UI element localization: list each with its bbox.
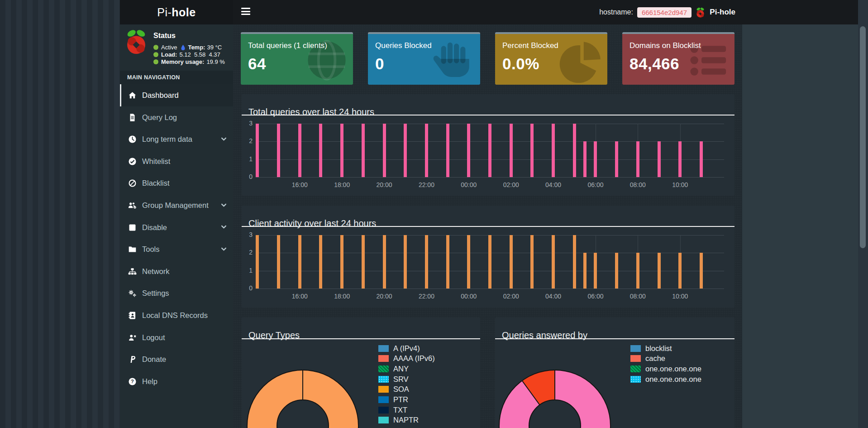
- bar-05:30: [583, 253, 587, 289]
- sidebar-item-logout[interactable]: Logout: [120, 327, 233, 349]
- chevron-down-icon: [221, 201, 227, 210]
- home-icon: [127, 91, 137, 100]
- sidebar-item-settings[interactable]: Settings: [120, 282, 233, 304]
- brand-bold: hole: [172, 6, 196, 19]
- card-total-queries-1-clients: Total queries (1 clients)64: [241, 32, 353, 85]
- donut-hole: [277, 399, 329, 428]
- bar-22:00: [425, 235, 428, 289]
- bar-05:00: [573, 235, 576, 289]
- sidebar-item-label: Local DNS Records: [142, 311, 208, 320]
- box-divider: [242, 115, 734, 115]
- bar-19:00: [362, 124, 365, 177]
- hostname-label: hostname:: [599, 8, 633, 16]
- legend-item-one-one-one-one[interactable]: one.one.one.one: [630, 375, 701, 384]
- scrollbar-thumb[interactable]: [860, 26, 866, 248]
- legend-item-cache[interactable]: cache: [630, 354, 665, 363]
- temperature-droplet-icon: [181, 44, 186, 51]
- x-axis-tick: 18:00: [334, 293, 350, 300]
- hostname-badge: 666154e2d947: [637, 7, 692, 18]
- sidebar-item-whitelist[interactable]: Whitelist: [120, 150, 233, 173]
- y-axis-tick: 3: [243, 120, 253, 127]
- x-axis-tick: 10:00: [672, 181, 688, 188]
- raspberry-logo-icon: [696, 7, 705, 18]
- legend-item-ptr[interactable]: PTR: [378, 395, 408, 404]
- top-navbar: hostname: 666154e2d947 Pi-hole: [233, 0, 868, 24]
- card-title: Queries Blocked: [375, 41, 432, 50]
- legend-item-blocklist[interactable]: blocklist: [630, 344, 672, 353]
- bar-17:00: [319, 235, 322, 289]
- chevron-down-icon: [221, 223, 227, 232]
- brand-logo[interactable]: Pi-hole: [120, 0, 233, 24]
- sidebar-item-long-term-data[interactable]: Long term data: [120, 128, 233, 150]
- x-axis-tick: 08:00: [630, 293, 646, 300]
- x-axis-tick: 22:00: [419, 181, 434, 188]
- sidebar-item-label: Whitelist: [142, 157, 170, 166]
- hand-icon: [431, 38, 477, 83]
- legend-item-srv[interactable]: SRV: [378, 375, 409, 384]
- legend-label: PTR: [393, 395, 408, 404]
- y-axis-tick: 0: [243, 173, 253, 180]
- clock-icon: [127, 135, 137, 144]
- sidebar-item-donate[interactable]: Donate: [120, 348, 233, 370]
- gridline: [256, 177, 724, 178]
- navbar-brand-label: Pi-hole: [710, 8, 735, 17]
- brand-prefix: Pi-: [157, 6, 172, 19]
- users-gear-icon: [127, 201, 137, 210]
- legend-item-naptr[interactable]: NAPTR: [378, 416, 419, 425]
- sidebar-item-group-management[interactable]: Group Management: [120, 194, 233, 216]
- legend-swatch: [378, 345, 389, 352]
- legend-label: NAPTR: [393, 416, 419, 424]
- legend-item-soa[interactable]: SOA: [378, 385, 409, 394]
- legend-label: ANY: [393, 365, 409, 373]
- legend-item-aaaa-ipv6[interactable]: AAAA (IPv6): [378, 354, 435, 363]
- sidebar-item-blacklist[interactable]: Blacklist: [120, 172, 233, 194]
- bar-21:00: [404, 235, 407, 289]
- y-axis-tick: 2: [243, 249, 253, 256]
- question-circle-icon: ?: [127, 377, 137, 386]
- x-axis-tick: 06:00: [587, 181, 603, 188]
- y-axis-tick: 1: [243, 267, 253, 274]
- x-axis-tick: 00:00: [461, 181, 477, 188]
- status-title: Status: [153, 32, 176, 40]
- bar-00:00: [467, 235, 470, 289]
- svg-text:?: ?: [131, 379, 134, 384]
- legend-label: one.one.one.one: [645, 375, 701, 384]
- sidebar-item-label: Logout: [142, 333, 165, 342]
- sidebar-item-network[interactable]: Network: [120, 260, 233, 283]
- page-scrollbar[interactable]: [858, 0, 868, 428]
- bar-04:00: [552, 124, 555, 177]
- total-queries-chart-box: Total queries over last 24 hours 321016:…: [242, 94, 734, 196]
- hamburger-menu-button[interactable]: [241, 8, 251, 17]
- sidebar-item-help[interactable]: ?Help: [120, 370, 233, 393]
- legend-label: cache: [645, 354, 665, 363]
- x-axis-tick: 22:00: [419, 293, 434, 300]
- sidebar-item-label: Query Log: [142, 113, 177, 122]
- bar-05:30: [583, 141, 587, 177]
- box-divider: [242, 338, 480, 339]
- bar-08:00: [636, 141, 639, 177]
- queries-answered-donut-chart: [499, 370, 611, 428]
- sidebar-item-label: Long term data: [142, 135, 192, 144]
- sidebar-item-label: Donate: [142, 355, 166, 364]
- bar-07:00: [615, 141, 618, 177]
- card-value: 64: [248, 55, 266, 73]
- sidebar-item-dashboard[interactable]: Dashboard: [120, 84, 233, 106]
- legend-item-one-one-one-one[interactable]: one.one.one.one: [630, 364, 701, 373]
- bar-06:00: [594, 141, 597, 177]
- sidebar-item-local-dns-records[interactable]: Local DNS Records: [120, 304, 233, 327]
- legend-item-any[interactable]: ANY: [378, 364, 409, 373]
- legend-item-a-ipv4[interactable]: A (IPv4): [378, 344, 420, 353]
- bar-02:00: [510, 124, 513, 177]
- bar-07:00: [615, 253, 618, 289]
- sidebar-item-query-log[interactable]: Query Log: [120, 106, 233, 129]
- sitemap-icon: [127, 267, 137, 276]
- address-book-icon: [127, 311, 137, 320]
- bar-23:00: [446, 124, 449, 177]
- sidebar-item-disable[interactable]: Disable: [120, 216, 233, 239]
- sidebar-item-tools[interactable]: Tools: [120, 238, 233, 260]
- card-queries-blocked: Queries Blocked0: [368, 32, 480, 85]
- navbar-brand[interactable]: Pi-hole: [696, 0, 735, 24]
- card-title: Percent Blocked: [502, 41, 558, 50]
- legend-item-txt[interactable]: TXT: [378, 405, 407, 414]
- status-load-row: Load: 5.12 5.58 4.37: [153, 51, 220, 58]
